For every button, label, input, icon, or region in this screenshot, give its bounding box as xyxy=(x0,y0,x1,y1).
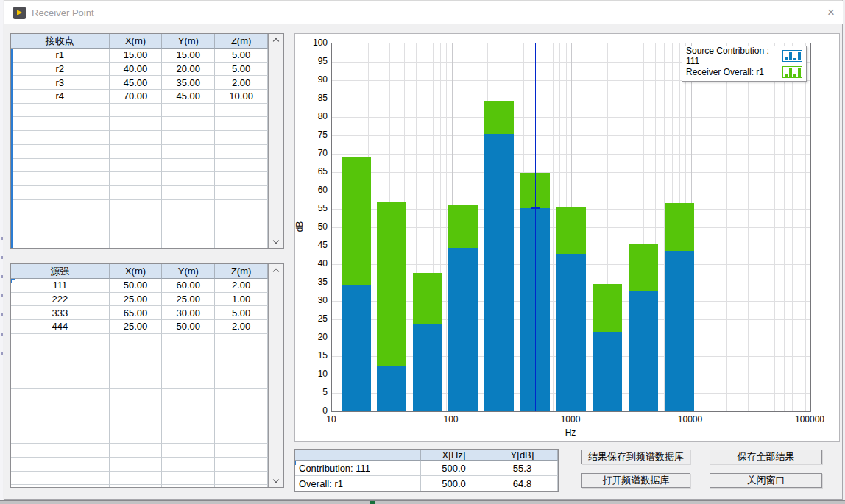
table-row[interactable]: 11150.0060.002.00 xyxy=(11,279,268,293)
table-row[interactable]: r240.0020.005.00 xyxy=(11,63,268,77)
cell xyxy=(215,430,268,444)
cell[interactable]: 2.00 xyxy=(215,279,268,293)
cell[interactable]: 30.00 xyxy=(162,306,215,320)
cell xyxy=(110,389,163,403)
cell xyxy=(110,334,163,348)
x-axis-title: Hz xyxy=(565,427,576,438)
table-row-empty xyxy=(11,416,268,430)
row-selection-tick xyxy=(11,145,13,159)
gridline-v xyxy=(763,43,763,411)
cell[interactable]: 50.00 xyxy=(162,320,215,334)
bar-plot-icon[interactable] xyxy=(782,66,802,78)
bar-plot-icon[interactable] xyxy=(782,50,802,62)
column-header: Y(m) xyxy=(162,34,215,49)
cell xyxy=(215,444,268,458)
cell[interactable]: 222 xyxy=(11,293,110,307)
table-row[interactable]: 22225.0025.001.00 xyxy=(11,293,268,307)
open-spectrum-db-button[interactable]: 打开频谱数据库 xyxy=(581,473,690,488)
table-row[interactable]: r115.0015.005.00 xyxy=(11,49,268,63)
legend-label: Source Contribution : 111 xyxy=(686,46,782,66)
cell xyxy=(215,402,268,416)
save-to-spectrum-db-button[interactable]: 结果保存到频谱数据库 xyxy=(581,450,690,464)
cell xyxy=(11,227,110,241)
scroll-down-icon[interactable] xyxy=(273,478,280,483)
column-header: Y[dB] xyxy=(487,450,558,461)
table-row[interactable]: 44425.0050.002.00 xyxy=(11,320,268,334)
cell: 64.8 xyxy=(487,476,558,491)
cell[interactable]: 45.00 xyxy=(162,90,215,104)
cell[interactable]: 1.00 xyxy=(215,293,268,307)
selection-corner xyxy=(295,461,300,465)
gridline-v xyxy=(553,43,554,411)
cell[interactable]: 5.00 xyxy=(215,306,268,320)
cell[interactable]: 25.00 xyxy=(162,293,215,307)
plot-area[interactable] xyxy=(331,43,811,412)
save-all-results-button[interactable]: 保存全部结果 xyxy=(710,450,822,464)
cell xyxy=(162,458,215,472)
graph-cursor[interactable] xyxy=(535,43,536,411)
cell[interactable]: 5.00 xyxy=(215,63,268,77)
table-row-empty xyxy=(11,334,268,348)
cell xyxy=(215,416,268,430)
cell[interactable]: 111 xyxy=(11,279,110,293)
cell[interactable]: 333 xyxy=(11,306,110,320)
cell[interactable]: 444 xyxy=(11,320,110,334)
cell[interactable]: 45.00 xyxy=(110,76,163,90)
cell[interactable]: r4 xyxy=(11,90,110,104)
cell[interactable]: r2 xyxy=(11,63,110,77)
x-tick-label: 1000 xyxy=(561,414,581,425)
legend-item-overall[interactable]: Receiver Overall: r1 xyxy=(686,65,802,79)
cell[interactable]: 50.00 xyxy=(110,279,163,293)
cell[interactable]: 40.00 xyxy=(110,63,163,77)
receiver-table-scrollbar[interactable] xyxy=(268,34,283,248)
cell[interactable]: 5.00 xyxy=(215,49,268,63)
scroll-up-icon[interactable] xyxy=(273,38,280,43)
readout-table: X[Hz]Y[dB]Contribution: 111500.055.3Over… xyxy=(294,449,559,492)
cell xyxy=(215,159,268,173)
cell xyxy=(110,104,163,118)
y-tick-label: 95 xyxy=(297,57,328,66)
cell[interactable]: r1 xyxy=(11,49,110,63)
cell xyxy=(11,334,110,348)
close-window-button[interactable]: 关闭窗口 xyxy=(710,473,822,488)
scroll-up-icon[interactable] xyxy=(273,268,280,273)
cell: 55.3 xyxy=(487,461,558,476)
source-table-scrollbar[interactable] xyxy=(268,264,283,487)
cell[interactable]: 35.00 xyxy=(162,76,215,90)
table-row-empty xyxy=(11,485,268,487)
cell[interactable]: 2.00 xyxy=(215,76,268,90)
table-row[interactable]: r345.0035.002.00 xyxy=(11,76,268,90)
cell[interactable]: 25.00 xyxy=(110,293,163,307)
cell xyxy=(162,117,215,131)
cell[interactable]: 20.00 xyxy=(162,63,215,77)
cell[interactable]: 10.00 xyxy=(215,90,268,104)
cell[interactable]: 15.00 xyxy=(162,49,215,63)
cell[interactable]: 15.00 xyxy=(110,49,163,63)
table-row[interactable]: r470.0045.0010.00 xyxy=(11,90,268,104)
cell[interactable]: r3 xyxy=(11,76,110,90)
bar-contribution-250hz xyxy=(484,134,514,411)
cell xyxy=(11,361,110,375)
cell[interactable]: 70.00 xyxy=(110,90,163,104)
gridline-v xyxy=(726,43,727,411)
table-row[interactable]: 33365.0030.005.00 xyxy=(11,306,268,320)
source-table: 源强X(m)Y(m)Z(m)11150.0060.002.0022225.002… xyxy=(10,263,284,488)
scroll-down-icon[interactable] xyxy=(273,239,280,244)
graph-cursor-crosshair[interactable] xyxy=(531,207,540,209)
cell[interactable]: 25.00 xyxy=(110,320,163,334)
bar-contribution-31.5hz xyxy=(377,366,406,412)
cell xyxy=(162,334,215,348)
cell xyxy=(110,472,163,486)
cell[interactable]: 2.00 xyxy=(215,320,268,334)
table-row-empty xyxy=(11,172,268,186)
source-table-grid: 源强X(m)Y(m)Z(m)11150.0060.002.0022225.002… xyxy=(11,264,268,487)
taskbar-app-icon xyxy=(370,501,375,504)
cell[interactable]: 60.00 xyxy=(162,279,215,293)
cell[interactable]: 65.00 xyxy=(110,306,163,320)
table-row-empty xyxy=(11,213,268,227)
close-icon[interactable]: × xyxy=(820,4,842,21)
legend-item-contribution[interactable]: Source Contribution : 111 xyxy=(686,49,802,63)
cell xyxy=(162,186,215,200)
cell xyxy=(215,458,268,472)
cell xyxy=(11,186,110,200)
